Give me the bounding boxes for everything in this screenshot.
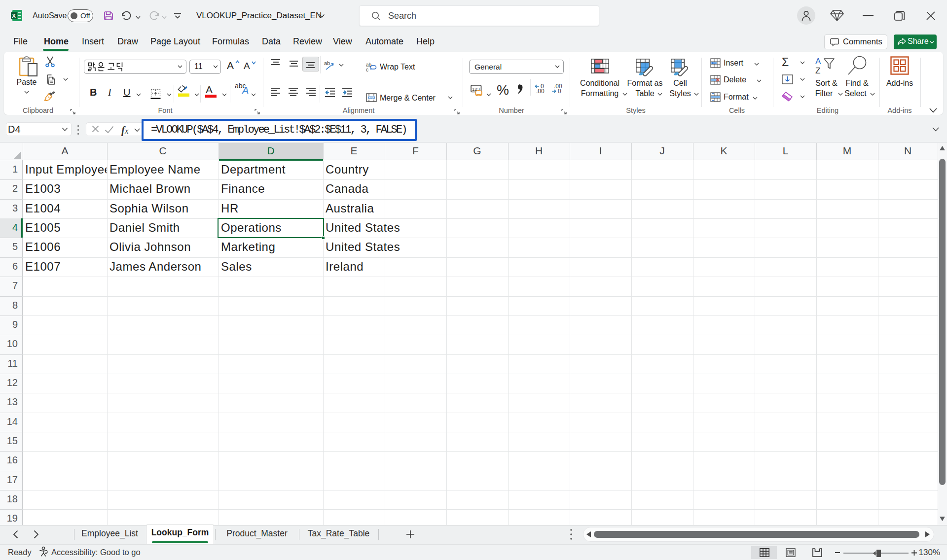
svg-text:X: X [12, 13, 16, 19]
svg-text:c: c [366, 67, 368, 72]
svg-text:A: A [815, 57, 821, 66]
svg-text:ab: ab [324, 60, 330, 66]
svg-text:.00: .00 [536, 88, 545, 94]
svg-text:Z: Z [815, 66, 820, 75]
svg-text:0: 0 [558, 88, 561, 94]
